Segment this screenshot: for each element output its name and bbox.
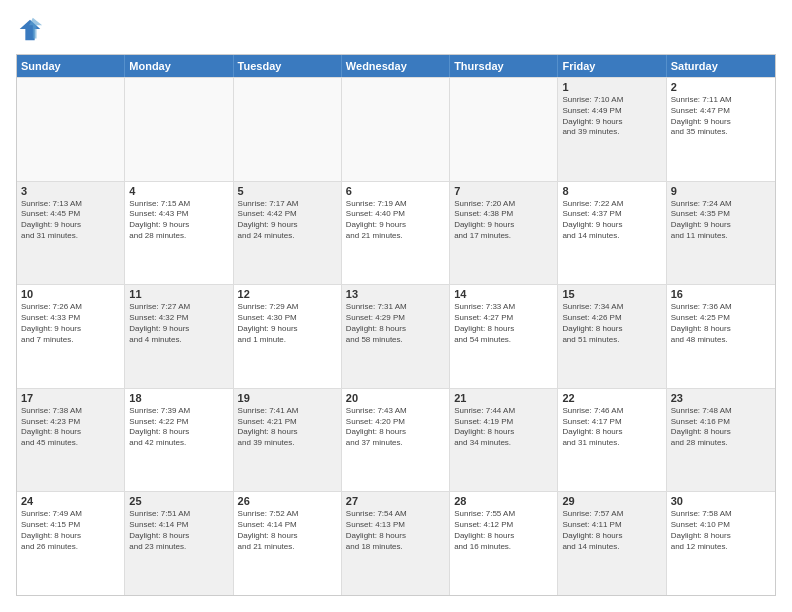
cal-cell-day-15: 15Sunrise: 7:34 AM Sunset: 4:26 PM Dayli…	[558, 285, 666, 388]
cal-cell-day-29: 29Sunrise: 7:57 AM Sunset: 4:11 PM Dayli…	[558, 492, 666, 595]
day-number: 14	[454, 288, 553, 300]
day-number: 7	[454, 185, 553, 197]
cal-row-1: 3Sunrise: 7:13 AM Sunset: 4:45 PM Daylig…	[17, 181, 775, 285]
cell-info: Sunrise: 7:20 AM Sunset: 4:38 PM Dayligh…	[454, 199, 553, 242]
day-number: 17	[21, 392, 120, 404]
day-number: 10	[21, 288, 120, 300]
day-number: 25	[129, 495, 228, 507]
day-number: 26	[238, 495, 337, 507]
day-number: 27	[346, 495, 445, 507]
cell-info: Sunrise: 7:58 AM Sunset: 4:10 PM Dayligh…	[671, 509, 771, 552]
cell-info: Sunrise: 7:41 AM Sunset: 4:21 PM Dayligh…	[238, 406, 337, 449]
cell-info: Sunrise: 7:11 AM Sunset: 4:47 PM Dayligh…	[671, 95, 771, 138]
day-number: 29	[562, 495, 661, 507]
day-number: 1	[562, 81, 661, 93]
header-cell-thursday: Thursday	[450, 55, 558, 77]
header-cell-sunday: Sunday	[17, 55, 125, 77]
cal-cell-day-25: 25Sunrise: 7:51 AM Sunset: 4:14 PM Dayli…	[125, 492, 233, 595]
cell-info: Sunrise: 7:27 AM Sunset: 4:32 PM Dayligh…	[129, 302, 228, 345]
cell-info: Sunrise: 7:34 AM Sunset: 4:26 PM Dayligh…	[562, 302, 661, 345]
cal-cell-day-16: 16Sunrise: 7:36 AM Sunset: 4:25 PM Dayli…	[667, 285, 775, 388]
day-number: 22	[562, 392, 661, 404]
cell-info: Sunrise: 7:31 AM Sunset: 4:29 PM Dayligh…	[346, 302, 445, 345]
day-number: 13	[346, 288, 445, 300]
cal-row-3: 17Sunrise: 7:38 AM Sunset: 4:23 PM Dayli…	[17, 388, 775, 492]
day-number: 24	[21, 495, 120, 507]
cal-cell-day-6: 6Sunrise: 7:19 AM Sunset: 4:40 PM Daylig…	[342, 182, 450, 285]
header-cell-friday: Friday	[558, 55, 666, 77]
day-number: 19	[238, 392, 337, 404]
cal-cell-day-18: 18Sunrise: 7:39 AM Sunset: 4:22 PM Dayli…	[125, 389, 233, 492]
cell-info: Sunrise: 7:52 AM Sunset: 4:14 PM Dayligh…	[238, 509, 337, 552]
day-number: 30	[671, 495, 771, 507]
cal-cell-day-8: 8Sunrise: 7:22 AM Sunset: 4:37 PM Daylig…	[558, 182, 666, 285]
calendar-body: 1Sunrise: 7:10 AM Sunset: 4:49 PM Daylig…	[17, 77, 775, 595]
cal-cell-day-19: 19Sunrise: 7:41 AM Sunset: 4:21 PM Dayli…	[234, 389, 342, 492]
day-number: 9	[671, 185, 771, 197]
calendar: SundayMondayTuesdayWednesdayThursdayFrid…	[16, 54, 776, 596]
cell-info: Sunrise: 7:13 AM Sunset: 4:45 PM Dayligh…	[21, 199, 120, 242]
cell-info: Sunrise: 7:10 AM Sunset: 4:49 PM Dayligh…	[562, 95, 661, 138]
header-cell-wednesday: Wednesday	[342, 55, 450, 77]
cell-info: Sunrise: 7:48 AM Sunset: 4:16 PM Dayligh…	[671, 406, 771, 449]
cal-cell-empty	[125, 78, 233, 181]
cell-info: Sunrise: 7:33 AM Sunset: 4:27 PM Dayligh…	[454, 302, 553, 345]
cal-cell-day-17: 17Sunrise: 7:38 AM Sunset: 4:23 PM Dayli…	[17, 389, 125, 492]
cal-cell-day-2: 2Sunrise: 7:11 AM Sunset: 4:47 PM Daylig…	[667, 78, 775, 181]
day-number: 6	[346, 185, 445, 197]
cal-cell-day-24: 24Sunrise: 7:49 AM Sunset: 4:15 PM Dayli…	[17, 492, 125, 595]
cal-cell-day-5: 5Sunrise: 7:17 AM Sunset: 4:42 PM Daylig…	[234, 182, 342, 285]
cal-cell-empty	[17, 78, 125, 181]
header-cell-tuesday: Tuesday	[234, 55, 342, 77]
cal-cell-day-27: 27Sunrise: 7:54 AM Sunset: 4:13 PM Dayli…	[342, 492, 450, 595]
cell-info: Sunrise: 7:36 AM Sunset: 4:25 PM Dayligh…	[671, 302, 771, 345]
cal-cell-day-14: 14Sunrise: 7:33 AM Sunset: 4:27 PM Dayli…	[450, 285, 558, 388]
cell-info: Sunrise: 7:24 AM Sunset: 4:35 PM Dayligh…	[671, 199, 771, 242]
cell-info: Sunrise: 7:57 AM Sunset: 4:11 PM Dayligh…	[562, 509, 661, 552]
cal-row-2: 10Sunrise: 7:26 AM Sunset: 4:33 PM Dayli…	[17, 284, 775, 388]
logo-icon	[16, 16, 44, 44]
day-number: 11	[129, 288, 228, 300]
cal-cell-day-12: 12Sunrise: 7:29 AM Sunset: 4:30 PM Dayli…	[234, 285, 342, 388]
cell-info: Sunrise: 7:15 AM Sunset: 4:43 PM Dayligh…	[129, 199, 228, 242]
cal-cell-day-13: 13Sunrise: 7:31 AM Sunset: 4:29 PM Dayli…	[342, 285, 450, 388]
header-cell-monday: Monday	[125, 55, 233, 77]
cal-cell-empty	[450, 78, 558, 181]
cell-info: Sunrise: 7:51 AM Sunset: 4:14 PM Dayligh…	[129, 509, 228, 552]
cell-info: Sunrise: 7:54 AM Sunset: 4:13 PM Dayligh…	[346, 509, 445, 552]
day-number: 12	[238, 288, 337, 300]
cell-info: Sunrise: 7:55 AM Sunset: 4:12 PM Dayligh…	[454, 509, 553, 552]
cell-info: Sunrise: 7:46 AM Sunset: 4:17 PM Dayligh…	[562, 406, 661, 449]
cell-info: Sunrise: 7:17 AM Sunset: 4:42 PM Dayligh…	[238, 199, 337, 242]
header-cell-saturday: Saturday	[667, 55, 775, 77]
day-number: 21	[454, 392, 553, 404]
cal-cell-day-23: 23Sunrise: 7:48 AM Sunset: 4:16 PM Dayli…	[667, 389, 775, 492]
logo	[16, 16, 48, 44]
day-number: 16	[671, 288, 771, 300]
cell-info: Sunrise: 7:26 AM Sunset: 4:33 PM Dayligh…	[21, 302, 120, 345]
cell-info: Sunrise: 7:38 AM Sunset: 4:23 PM Dayligh…	[21, 406, 120, 449]
cal-cell-day-26: 26Sunrise: 7:52 AM Sunset: 4:14 PM Dayli…	[234, 492, 342, 595]
day-number: 23	[671, 392, 771, 404]
cal-cell-day-1: 1Sunrise: 7:10 AM Sunset: 4:49 PM Daylig…	[558, 78, 666, 181]
cal-row-4: 24Sunrise: 7:49 AM Sunset: 4:15 PM Dayli…	[17, 491, 775, 595]
cal-cell-day-7: 7Sunrise: 7:20 AM Sunset: 4:38 PM Daylig…	[450, 182, 558, 285]
day-number: 20	[346, 392, 445, 404]
cell-info: Sunrise: 7:49 AM Sunset: 4:15 PM Dayligh…	[21, 509, 120, 552]
cal-cell-day-20: 20Sunrise: 7:43 AM Sunset: 4:20 PM Dayli…	[342, 389, 450, 492]
cal-cell-day-28: 28Sunrise: 7:55 AM Sunset: 4:12 PM Dayli…	[450, 492, 558, 595]
page: SundayMondayTuesdayWednesdayThursdayFrid…	[0, 0, 792, 612]
day-number: 28	[454, 495, 553, 507]
day-number: 18	[129, 392, 228, 404]
cal-cell-day-22: 22Sunrise: 7:46 AM Sunset: 4:17 PM Dayli…	[558, 389, 666, 492]
cell-info: Sunrise: 7:39 AM Sunset: 4:22 PM Dayligh…	[129, 406, 228, 449]
calendar-header: SundayMondayTuesdayWednesdayThursdayFrid…	[17, 55, 775, 77]
day-number: 2	[671, 81, 771, 93]
cell-info: Sunrise: 7:43 AM Sunset: 4:20 PM Dayligh…	[346, 406, 445, 449]
cal-cell-day-9: 9Sunrise: 7:24 AM Sunset: 4:35 PM Daylig…	[667, 182, 775, 285]
cal-cell-empty	[234, 78, 342, 181]
cal-cell-empty	[342, 78, 450, 181]
header	[16, 16, 776, 44]
cal-cell-day-3: 3Sunrise: 7:13 AM Sunset: 4:45 PM Daylig…	[17, 182, 125, 285]
day-number: 3	[21, 185, 120, 197]
